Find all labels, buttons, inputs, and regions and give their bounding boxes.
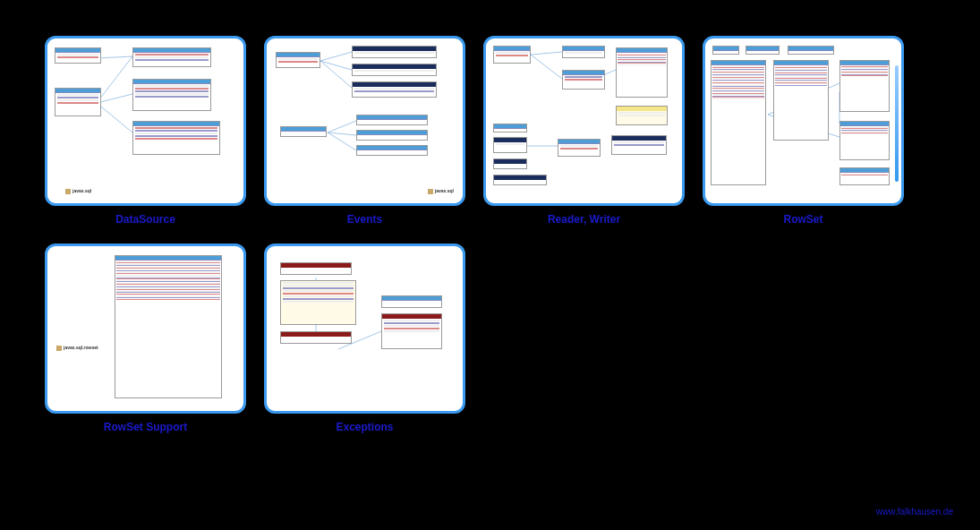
svg-line-11 <box>531 55 562 79</box>
footer-link[interactable]: www.falkhausen.de <box>876 507 953 517</box>
svg-line-4 <box>320 52 352 61</box>
card-label: RowSet <box>783 213 822 226</box>
card-datasource[interactable]: javax.sql <box>45 36 246 206</box>
svg-line-0 <box>97 56 132 58</box>
card-label: Exceptions <box>336 421 393 433</box>
svg-line-3 <box>97 103 132 132</box>
card-events[interactable]: javax.sql <box>264 36 465 206</box>
pkg-label: javax.sql <box>65 188 91 194</box>
svg-line-8 <box>328 132 356 135</box>
diagram-grid: javax.sql DataSource javax.sql Events <box>0 0 980 451</box>
pkg-label: javax.sql <box>428 188 454 194</box>
card-wrap-rowset-support: javax.sql.rowset RowSet Support <box>45 244 246 433</box>
scrollbar-indicator <box>895 65 899 182</box>
card-rowset[interactable] <box>703 36 904 206</box>
card-label: Reader, Writer <box>548 213 620 226</box>
pkg-label: javax.sql.rowset <box>56 345 98 351</box>
card-label: Events <box>347 213 382 226</box>
card-wrap-exceptions: Exceptions <box>264 244 465 433</box>
card-reader-writer[interactable] <box>483 36 685 206</box>
svg-line-9 <box>328 132 356 150</box>
svg-line-1 <box>97 56 132 103</box>
svg-line-6 <box>320 61 352 88</box>
card-wrap-datasource: javax.sql DataSource <box>45 36 246 226</box>
card-exceptions[interactable] <box>264 244 465 414</box>
svg-line-5 <box>320 61 352 70</box>
card-label: DataSource <box>115 213 175 226</box>
svg-line-7 <box>328 121 356 132</box>
card-label: RowSet Support <box>104 421 187 433</box>
svg-line-2 <box>97 94 132 103</box>
svg-line-10 <box>531 52 562 55</box>
card-wrap-rowset: RowSet <box>703 36 904 226</box>
card-wrap-reader-writer: Reader, Writer <box>483 36 685 226</box>
card-wrap-events: javax.sql Events <box>264 36 465 226</box>
card-rowset-support[interactable]: javax.sql.rowset <box>45 244 246 414</box>
